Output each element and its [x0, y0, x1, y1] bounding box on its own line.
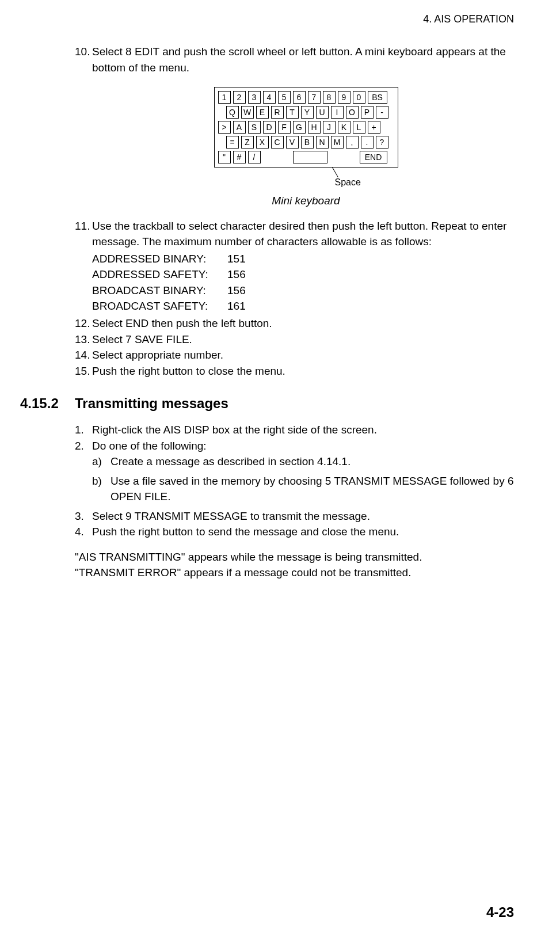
key: Y [301, 106, 314, 119]
tx-step-2: 2. Do one of the following: [75, 438, 537, 454]
kb-row-1: 1 2 3 4 5 6 7 8 9 0 BS [218, 91, 394, 104]
page-number: 4-23 [486, 903, 514, 923]
step-number: 13. [75, 332, 92, 348]
sub-step-letter: b) [92, 473, 111, 505]
key: # [233, 151, 246, 163]
key: 9 [338, 91, 351, 104]
key: A [233, 121, 246, 134]
step-14: 14. Select appropriate number. [75, 347, 537, 363]
sub-step-letter: a) [92, 454, 111, 470]
step-number: 2. [75, 438, 92, 454]
key: V [286, 136, 299, 149]
key: R [271, 106, 284, 119]
limit-value: 156 [227, 267, 246, 283]
sub-step-text: Use a file saved in the memory by choosi… [111, 473, 537, 505]
page: 4. AIS OPERATION 10. Select 8 EDIT and p… [0, 0, 560, 940]
key: B [301, 136, 314, 149]
limit-value: 151 [227, 251, 246, 267]
tx-step-2b: b) Use a file saved in the memory by cho… [92, 473, 537, 505]
step-text: Select 9 TRANSMIT MESSAGE to transmit th… [92, 508, 537, 524]
key: ? [376, 136, 388, 149]
step-text: Do one of the following: [92, 438, 537, 454]
limit-label: ADDRESSED SAFETY: [92, 267, 227, 283]
kb-row-3: > A S D F G H J K L + [218, 121, 394, 134]
key: E [256, 106, 269, 119]
limit-row: BROADCAST SAFETY: 161 [92, 298, 537, 314]
keyboard-callout: Space [214, 170, 398, 187]
key: Q [226, 106, 239, 119]
key: 8 [323, 91, 336, 104]
step-13: 13. Select 7 SAVE FILE. [75, 332, 537, 348]
key: J [323, 121, 336, 134]
mini-keyboard: 1 2 3 4 5 6 7 8 9 0 BS Q W E R [214, 87, 398, 168]
closing-line-2: "TRANSMIT ERROR" appears if a message co… [75, 565, 537, 581]
key: P [361, 106, 374, 119]
key: 0 [353, 91, 365, 104]
key: S [248, 121, 261, 134]
key: = [226, 136, 239, 149]
key: K [338, 121, 351, 134]
row-gap [263, 151, 291, 163]
section-title: Transmitting messages [75, 394, 228, 414]
key: 7 [308, 91, 321, 104]
step-text: Select 7 SAVE FILE. [92, 332, 537, 348]
step-10: 10. Select 8 EDIT and push the scroll wh… [75, 44, 537, 75]
mini-keyboard-figure: 1 2 3 4 5 6 7 8 9 0 BS Q W E R [214, 87, 398, 187]
key: T [286, 106, 299, 119]
step-11: 11. Use the trackball to select characte… [75, 218, 537, 315]
key: 2 [233, 91, 246, 104]
limit-value: 161 [227, 298, 246, 314]
row-indent [218, 136, 224, 149]
key: L [353, 121, 365, 134]
step-text: Use the trackball to select character de… [92, 218, 537, 315]
tx-step-1: 1. Right-click the AIS DISP box at the r… [75, 422, 537, 438]
section-number: 4.15.2 [20, 394, 75, 414]
limit-label: BROADCAST SAFETY: [92, 298, 227, 314]
step-number: 14. [75, 347, 92, 363]
key: 6 [293, 91, 306, 104]
sub-step-text: Create a message as described in section… [111, 454, 537, 470]
step-number: 11. [75, 218, 92, 315]
key: H [308, 121, 321, 134]
step-number: 3. [75, 508, 92, 524]
key-end: END [360, 151, 387, 163]
kb-row-2: Q W E R T Y U I O P - [218, 106, 394, 119]
key: D [263, 121, 276, 134]
limit-value: 156 [227, 283, 246, 299]
callout-label: Space [335, 176, 361, 189]
key-backspace: BS [368, 91, 387, 104]
key: 4 [263, 91, 276, 104]
step-text: Push the right button to close the menu. [92, 363, 537, 379]
key: / [248, 151, 261, 163]
key: M [331, 136, 344, 149]
limit-row: BROADCAST BINARY: 156 [92, 283, 537, 299]
tx-step-3: 3. Select 9 TRANSMIT MESSAGE to transmit… [75, 508, 537, 524]
key-space [293, 151, 327, 163]
row-indent [218, 106, 224, 119]
key: X [256, 136, 269, 149]
key: G [293, 121, 306, 134]
key: 3 [248, 91, 261, 104]
step-15: 15. Push the right button to close the m… [75, 363, 537, 379]
key: " [218, 151, 231, 163]
closing-paragraph: "AIS TRANSMITTING" appears while the mes… [75, 549, 537, 581]
step-text: Select appropriate number. [92, 347, 537, 363]
step-12: 12. Select END then push the left button… [75, 315, 537, 332]
running-header: 4. AIS OPERATION [0, 12, 560, 26]
key: Z [241, 136, 254, 149]
step-number: 4. [75, 524, 92, 540]
kb-row-4: = Z X C V B N M , . ? [218, 136, 394, 149]
step-text: Select 8 EDIT and push the scroll wheel … [92, 44, 537, 75]
limit-row: ADDRESSED SAFETY: 156 [92, 267, 537, 283]
step-text: Right-click the AIS DISP box at the righ… [92, 422, 537, 438]
key: O [346, 106, 359, 119]
step-number: 10. [75, 44, 92, 75]
tx-step-2a: a) Create a message as described in sect… [92, 454, 537, 470]
step-text: Push the right button to send the messag… [92, 524, 537, 540]
key: I [331, 106, 344, 119]
key: 5 [278, 91, 291, 104]
step-number: 15. [75, 363, 92, 379]
figure-caption: Mini keyboard [75, 193, 537, 209]
kb-row-5: " # / END [218, 151, 394, 163]
row-gap [330, 151, 357, 163]
